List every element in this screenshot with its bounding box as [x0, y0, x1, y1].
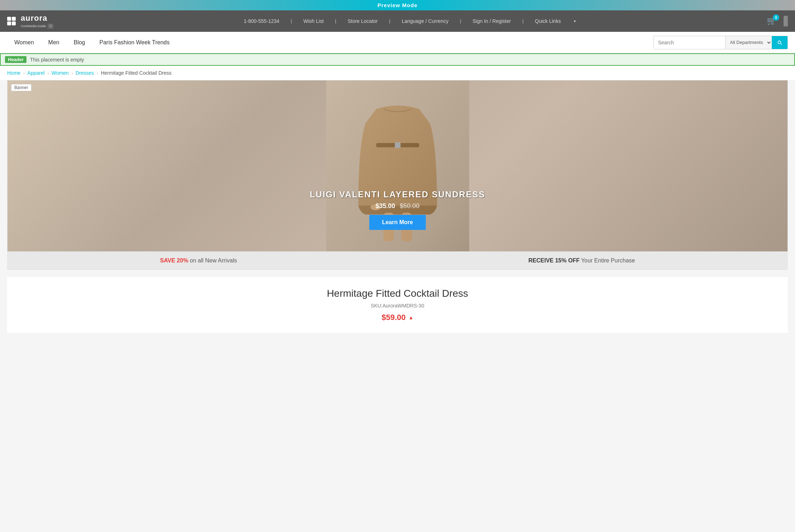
main-nav-links: Women Men Blog Paris Fashion Week Trends	[7, 32, 177, 53]
breadcrumb-apparel[interactable]: Apparel	[28, 70, 45, 76]
promo-strip: SAVE 20% on all New Arrivals RECEIVE 15%…	[7, 252, 788, 270]
breadcrumb-home[interactable]: Home	[7, 70, 20, 76]
banner-content: LUIGI VALENTI LAYERED SUNDRESS $35.00 $5…	[310, 189, 485, 230]
product-title: Hermitage Fitted Cocktail Dress	[18, 288, 777, 299]
quick-links-arrow: ▼	[567, 19, 582, 23]
breadcrumb-sep-2: ›	[48, 71, 50, 76]
main-nav: Women Men Blog Paris Fashion Week Trends…	[0, 32, 795, 53]
coremedia-badge: Ⓒ	[48, 24, 54, 29]
separator-4: |	[454, 19, 467, 24]
logo-sq-4	[12, 21, 16, 25]
nav-item-blog[interactable]: Blog	[67, 32, 92, 53]
wish-list-link[interactable]: Wish List	[298, 18, 329, 24]
separator-1: |	[285, 19, 298, 24]
banner-area: Banner	[7, 80, 788, 252]
store-locator-link[interactable]: Store Locator	[342, 18, 383, 24]
search-icon	[777, 40, 782, 45]
placement-empty-text: This placement is empty	[30, 57, 84, 63]
phone-number: 1-800-555-1234	[238, 18, 285, 24]
separator-5: |	[517, 19, 529, 24]
product-detail: Hermitage Fitted Cocktail Dress SKU:Auro…	[7, 277, 788, 333]
search-input[interactable]	[654, 36, 725, 49]
quick-links-link[interactable]: Quick Links	[529, 18, 566, 24]
banner-title: LUIGI VALENTI LAYERED SUNDRESS	[310, 189, 485, 200]
logo-sq-1	[7, 17, 11, 21]
department-select[interactable]: All Departments	[725, 36, 772, 49]
cart-button[interactable]: 🛒 0	[767, 16, 776, 26]
scroll-indicator	[784, 16, 788, 26]
placement-label: Header	[5, 56, 26, 63]
logo-squares	[7, 17, 16, 25]
logo-name: aurora	[21, 14, 54, 23]
header-placement-bar: Header This placement is empty	[0, 53, 795, 66]
search-button[interactable]	[772, 36, 787, 49]
banner-label: Banner	[11, 84, 31, 91]
sign-in-link[interactable]: Sign In / Register	[467, 18, 516, 24]
promo-right: RECEIVE 15% OFF Your Entire Purchase	[529, 257, 635, 264]
preview-bar: Preview Mode	[0, 0, 795, 10]
product-price: $59.00	[382, 313, 406, 322]
logo-sq-3	[7, 21, 11, 25]
top-header: aurora CoreMedia Inside Ⓒ 1-800-555-1234…	[0, 10, 795, 32]
logo-sq-2	[12, 17, 16, 21]
separator-3: |	[383, 19, 396, 24]
nav-item-men[interactable]: Men	[41, 32, 67, 53]
breadcrumb-sep-4: ›	[97, 71, 99, 76]
cart-count-badge: 0	[773, 14, 779, 21]
product-sku: SKU:AuroraWMDRS-30	[18, 303, 777, 309]
promo-right-highlight: RECEIVE 15% OFF	[529, 257, 580, 263]
banner-price-new: $35.00	[376, 202, 395, 210]
banner-prices: $35.00 $50.00	[310, 202, 485, 210]
language-currency-link[interactable]: Language / Currency	[396, 18, 454, 24]
logo-icon	[7, 17, 18, 25]
banner-price-old: $50.00	[400, 202, 419, 210]
logo-text-group: aurora CoreMedia Inside Ⓒ	[21, 14, 54, 29]
price-arrow-icon: ▲	[408, 315, 413, 320]
breadcrumb-current: Hermitage Fitted Cocktail Dress	[101, 70, 172, 76]
nav-item-women[interactable]: Women	[7, 32, 41, 53]
logo-area[interactable]: aurora CoreMedia Inside Ⓒ	[7, 14, 54, 29]
logo-subtitle: CoreMedia Inside Ⓒ	[21, 24, 54, 29]
learn-more-button[interactable]: Learn More	[369, 215, 426, 230]
breadcrumb-sep-1: ›	[23, 71, 26, 76]
breadcrumb: Home › Apparel › Women › Dresses › Hermi…	[0, 66, 795, 80]
promo-right-text: Your Entire Purchase	[581, 257, 635, 263]
breadcrumb-women[interactable]: Women	[51, 70, 69, 76]
top-right-area: 🛒 0	[767, 16, 788, 26]
search-area: All Departments	[653, 36, 788, 49]
promo-left-highlight: SAVE 20%	[160, 257, 188, 263]
promo-left: SAVE 20% on all New Arrivals	[160, 257, 237, 264]
product-price-row: $59.00 ▲	[18, 313, 777, 322]
nav-item-paris[interactable]: Paris Fashion Week Trends	[92, 32, 177, 53]
separator-2: |	[329, 19, 342, 24]
promo-left-text: on all New Arrivals	[190, 257, 237, 263]
breadcrumb-sep-3: ›	[72, 71, 74, 76]
top-nav-links: 1-800-555-1234 | Wish List | Store Locat…	[238, 18, 583, 24]
preview-bar-text: Preview Mode	[377, 2, 417, 8]
breadcrumb-dresses[interactable]: Dresses	[75, 70, 94, 76]
